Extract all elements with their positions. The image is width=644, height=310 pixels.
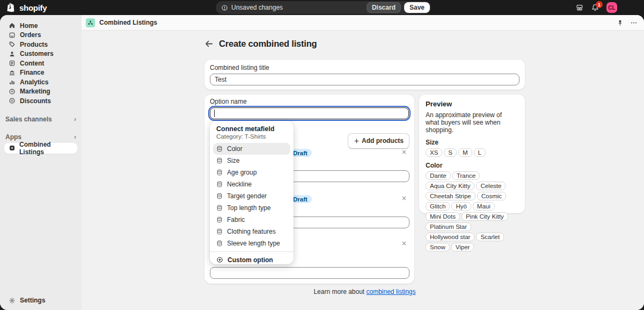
size-chip[interactable]: M [458,148,472,157]
dropdown-item-clothing-features[interactable]: Clothing features [213,226,290,237]
size-chip[interactable]: S [444,148,457,157]
save-button[interactable]: Save [404,2,430,13]
preview-size-label: Size [426,139,518,146]
marketing-target-icon [9,88,16,95]
option-name-label: Option name [210,98,247,105]
customers-icon [9,51,16,57]
metafield-database-icon [216,228,223,235]
sidebar-item-home[interactable]: Home [0,21,82,31]
sidebar-item-content[interactable]: Content [0,59,82,68]
color-chip[interactable]: Platinum Star [426,222,471,231]
dropdown-item-size[interactable]: Size [213,155,290,167]
color-chip[interactable]: Glitch [426,202,450,211]
metafield-database-icon [216,205,223,211]
dropdown-item-age-group[interactable]: Age group [213,167,290,178]
user-avatar[interactable]: CL [606,2,617,13]
discard-button[interactable]: Discard [367,2,401,13]
admin-window: Home Orders Products Customers Content F… [0,15,644,310]
dropdown-item-fabric[interactable]: Fabric [213,214,290,226]
color-chip[interactable]: Mini Dots [426,212,460,221]
color-chip-group: Dante Trance Aqua City Kitty Celeste Che… [426,171,518,251]
sidebar-item-analytics[interactable]: Analytics [0,77,82,87]
home-icon [9,22,16,29]
sidebar-item-settings[interactable]: Settings [0,295,82,305]
storefront-icon[interactable] [575,3,584,12]
preview-title: Preview [426,100,518,108]
color-chip[interactable]: Maui [473,202,495,211]
color-chip[interactable]: Trance [452,171,480,180]
shopify-bag-icon [6,2,17,13]
color-chip[interactable]: Scarlet [476,233,504,241]
chevron-right-icon: › [74,133,76,140]
color-chip[interactable]: Cheetah Stripe [426,192,475,200]
remove-product-icon[interactable] [401,240,407,247]
back-arrow-icon[interactable] [204,39,214,48]
sidebar-item-customers[interactable]: Customers [0,49,82,59]
dropdown-title: Connect metafield [210,125,294,133]
sidebar-item-products[interactable]: Products [0,40,82,49]
dropdown-item-sleeve-length-type[interactable]: Sleeve length type [213,237,290,249]
remove-product-icon[interactable] [401,195,407,201]
notification-count-badge: 1 [596,1,603,8]
combined-listings-link[interactable]: combined listings [367,288,416,295]
metafield-database-icon [216,181,223,188]
analytics-bars-icon [9,78,16,85]
metafield-database-icon [216,193,223,199]
add-products-button[interactable]: Add products [348,133,409,149]
size-chip[interactable]: XS [426,148,442,157]
size-chip[interactable]: L [474,148,486,157]
finance-bank-icon [9,69,16,76]
color-chip[interactable]: Dante [426,171,451,180]
color-chip[interactable]: Viper [451,243,474,251]
title-card: Combined listing title [204,60,525,90]
color-chip[interactable]: Celeste [476,182,506,190]
pin-icon[interactable] [617,19,624,26]
sidebar-item-orders[interactable]: Orders [0,31,82,40]
sidebar: Home Orders Products Customers Content F… [0,15,82,310]
color-chip[interactable]: Snow [426,243,450,251]
color-chip[interactable]: Cosmic [477,192,506,200]
remove-product-icon[interactable] [401,149,407,155]
color-chip[interactable]: Hollywood star [426,233,474,241]
dropdown-subtitle: Category: T-Shirts [210,133,294,140]
combined-listings-app-icon [9,145,16,152]
topbar: shopify Unsaved changes Discard Save 1 C… [0,0,644,15]
orders-icon [9,32,16,39]
page-title: Create combined listing [219,39,317,49]
sidebar-section-sales-channels[interactable]: Sales channels › [0,114,82,124]
sidebar-item-finance[interactable]: Finance [0,68,82,78]
combined-listings-favicon [86,18,95,27]
page-footer: Learn more about combined listings [204,288,525,295]
dropdown-separator [210,251,294,252]
plus-icon [354,138,360,144]
sidebar-item-combined-listings[interactable]: Combined Listings [4,143,77,154]
gear-icon [9,297,16,304]
notifications-bell[interactable]: 1 [591,3,599,12]
sidebar-item-discounts[interactable]: Discounts [0,96,82,106]
size-chip-group: XS S M L [426,148,518,157]
text-caret [214,110,215,117]
color-chip[interactable]: Hyö [451,202,471,211]
unsaved-changes-bar: Unsaved changes Discard Save [216,1,431,14]
shopify-logo[interactable]: shopify [6,2,47,13]
dropdown-item-top-length-type[interactable]: Top length type [213,202,290,214]
preview-color-label: Color [426,162,518,169]
metafield-database-icon [216,169,223,176]
more-options-icon[interactable] [630,19,638,26]
color-chip[interactable]: Pink City Kitty [462,212,508,221]
shopify-wordmark: shopify [19,3,47,12]
option-value-input[interactable] [210,267,409,279]
option-name-input[interactable] [210,107,409,119]
preview-description: An approximate preview of what buyers wi… [426,111,517,134]
connect-metafield-dropdown: Connect metafield Category: T-Shirts Col… [210,121,294,264]
dropdown-item-custom-option[interactable]: Custom option [213,254,290,266]
dropdown-item-neckline[interactable]: Neckline [213,178,290,190]
combined-listing-title-input[interactable] [210,74,519,85]
sidebar-item-marketing[interactable]: Marketing [0,87,82,97]
metafield-database-icon [216,240,223,247]
dropdown-item-color[interactable]: Color [213,143,290,155]
color-chip[interactable]: Aqua City Kitty [426,182,474,190]
app-header-bar: Combined Listings [82,15,644,31]
products-tag-icon [9,41,16,48]
dropdown-item-target-gender[interactable]: Target gender [213,190,290,202]
